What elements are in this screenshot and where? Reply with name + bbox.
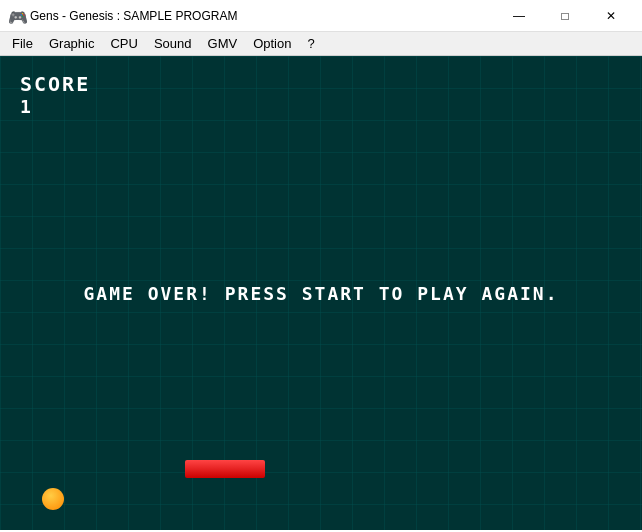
red-bar [185, 460, 265, 478]
menu-item-sound[interactable]: Sound [146, 34, 200, 53]
score-label: SCORE [20, 72, 90, 96]
close-button[interactable]: ✕ [588, 0, 634, 32]
title-text: Gens - Genesis : SAMPLE PROGRAM [30, 9, 237, 23]
menu-item-option[interactable]: Option [245, 34, 299, 53]
menu-item-help[interactable]: ? [299, 34, 322, 53]
minimize-button[interactable]: — [496, 0, 542, 32]
orange-ball [42, 488, 64, 510]
menu-item-file[interactable]: File [4, 34, 41, 53]
app-icon: 🎮 [8, 8, 24, 24]
menu-item-cpu[interactable]: CPU [102, 34, 145, 53]
game-over-text: GAME OVER! PRESS START TO PLAY AGAIN. [84, 283, 559, 304]
title-bar-buttons: — □ ✕ [496, 0, 634, 32]
maximize-button[interactable]: □ [542, 0, 588, 32]
game-area: SCORE 1 GAME OVER! PRESS START TO PLAY A… [0, 56, 642, 530]
menu-item-graphic[interactable]: Graphic [41, 34, 103, 53]
menu-bar: File Graphic CPU Sound GMV Option ? [0, 32, 642, 56]
score-value: 1 [20, 96, 31, 117]
title-bar-left: 🎮 Gens - Genesis : SAMPLE PROGRAM [8, 8, 237, 24]
menu-item-gmv[interactable]: GMV [200, 34, 246, 53]
title-bar: 🎮 Gens - Genesis : SAMPLE PROGRAM — □ ✕ [0, 0, 642, 32]
